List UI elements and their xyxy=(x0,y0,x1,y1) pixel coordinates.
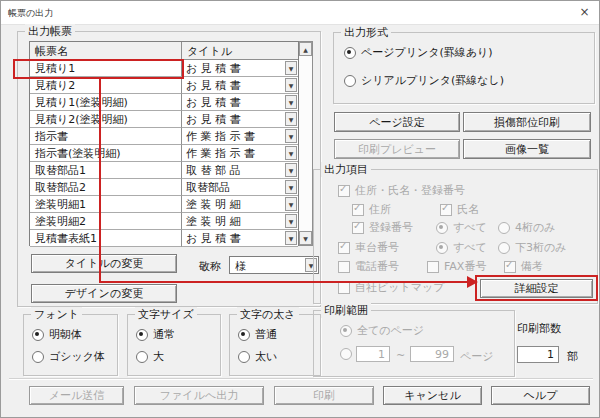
output-format-group: 出力形式 ページプリンタ(罫線あり) シリアルプリンタ(罫線なし) xyxy=(333,32,595,104)
chevron-down-icon[interactable]: ▼ xyxy=(285,163,297,177)
radio-weight-bold[interactable]: 太い xyxy=(238,349,277,364)
cancel-button[interactable]: キャンセル xyxy=(383,386,482,405)
column-header-title: タイトル xyxy=(182,42,298,60)
image-list-button[interactable]: 画像一覧 xyxy=(463,139,591,159)
title-bar: 帳票の出力 × xyxy=(1,1,599,25)
title-dropdown-cell[interactable]: お 見 積 書▼ xyxy=(182,60,298,77)
chevron-down-icon[interactable]: ▼ xyxy=(285,61,297,75)
annotation-line-vertical xyxy=(99,79,101,282)
output-format-group-label: 出力形式 xyxy=(341,25,391,40)
radio-label: 下3桁のみ xyxy=(515,240,567,255)
radio-mincho[interactable]: 明朝体 xyxy=(32,327,82,342)
radio-size-normal[interactable]: 通常 xyxy=(136,327,175,342)
radio-label: 太い xyxy=(255,349,277,364)
report-name-cell[interactable]: 見積り1(塗装明細) xyxy=(30,94,182,111)
table-row: 取替部品2 取替部品▼ xyxy=(30,179,298,196)
chevron-down-icon[interactable]: ▼ xyxy=(285,129,297,143)
page-setup-button[interactable]: ページ設定 xyxy=(334,112,460,132)
radio-label: 4桁のみ xyxy=(515,220,556,235)
mail-send-button: メール送信 xyxy=(29,386,124,405)
chevron-down-icon[interactable]: ▼ xyxy=(285,231,297,245)
radio-icon xyxy=(136,351,148,363)
chevron-down-icon[interactable]: ▼ xyxy=(285,78,297,92)
radio-page-printer[interactable]: ページプリンタ(罫線あり) xyxy=(344,45,493,60)
report-name-cell[interactable]: 塗装明細1 xyxy=(30,196,182,213)
title-dropdown-cell[interactable]: 塗 装 明 細▼ xyxy=(182,196,298,213)
table-row: 見積り2 お 見 積 書▼ xyxy=(30,77,298,94)
radio-label: 明朝体 xyxy=(49,327,82,342)
damage-area-print-button[interactable]: 損傷部位印刷 xyxy=(463,112,591,132)
checkbox-label: 住所・氏名・登録番号 xyxy=(355,183,465,198)
checkbox-label: 備考 xyxy=(521,259,543,274)
checkbox-icon xyxy=(338,282,350,294)
report-name-cell[interactable]: 見積り2(塗装明細) xyxy=(30,111,182,128)
copies-input[interactable]: 1 xyxy=(517,346,559,363)
scroll-up-icon[interactable]: ▲ xyxy=(299,42,312,56)
checkbox-icon xyxy=(352,222,364,234)
honorific-combobox[interactable]: 様 ▼ xyxy=(229,256,319,274)
output-items-group-label: 出力項目 xyxy=(321,162,371,177)
table-row: 見積り2(塗装明細) お 見 積 書▼ xyxy=(30,111,298,128)
checkbox-icon xyxy=(338,242,350,254)
change-design-button[interactable]: デザインの変更 xyxy=(31,284,177,303)
title-dropdown-cell[interactable]: 取 替 部 品▼ xyxy=(182,162,298,179)
close-icon[interactable]: × xyxy=(577,5,592,20)
radio-last3-digits: 下3桁のみ xyxy=(498,240,567,255)
checkbox-name: 氏名 xyxy=(440,202,479,217)
title-dropdown-cell[interactable]: お 見 積 書▼ xyxy=(182,230,298,247)
report-name-cell[interactable]: 指示書 xyxy=(30,128,182,145)
report-name-cell[interactable]: 取替部品1 xyxy=(30,162,182,179)
radio-icon xyxy=(436,242,448,254)
radio-size-large[interactable]: 大 xyxy=(136,349,164,364)
table-row: 塗装明細1 塗 装 明 細▼ xyxy=(30,196,298,213)
radio-label: 普通 xyxy=(255,327,277,342)
checkbox-icon xyxy=(338,261,350,273)
table-row: 塗装明細2 塗 装 明 細▼ xyxy=(30,213,298,230)
title-dropdown-cell[interactable]: 作 業 指 示 書▼ xyxy=(182,145,298,162)
title-dropdown-cell[interactable]: お 見 積 書▼ xyxy=(182,111,298,128)
char-weight-group: 文字の太さ 普通 太い xyxy=(229,314,321,376)
print-button: 印刷 xyxy=(274,386,374,405)
checkbox-icon xyxy=(440,204,452,216)
title-value: お 見 積 書 xyxy=(186,79,241,92)
checkbox-telephone: 電話番号 xyxy=(338,259,399,274)
radio-weight-normal[interactable]: 普通 xyxy=(238,327,277,342)
report-name-cell[interactable]: 見積書表紙1 xyxy=(30,230,182,247)
radio-label: 全てのページ xyxy=(357,323,424,338)
scroll-down-icon[interactable]: ▼ xyxy=(299,231,312,245)
title-dropdown-cell[interactable]: 取替部品▼ xyxy=(182,179,298,196)
checkbox-icon xyxy=(427,261,439,273)
radio-icon xyxy=(344,75,356,87)
report-name-cell[interactable]: 塗装明細2 xyxy=(30,213,182,230)
checkbox-icon xyxy=(504,261,516,273)
report-name-cell[interactable]: 見積り2 xyxy=(30,77,182,94)
table-scrollbar[interactable]: ▲ ▼ xyxy=(299,41,313,246)
chevron-down-icon[interactable]: ▼ xyxy=(285,112,297,126)
chevron-down-icon[interactable]: ▼ xyxy=(285,180,297,194)
output-report-group-label: 出力帳票 xyxy=(25,24,75,39)
title-value: お 見 積 書 xyxy=(186,232,241,245)
chevron-down-icon[interactable]: ▼ xyxy=(285,197,297,211)
annotation-box-detail-settings xyxy=(475,275,598,301)
radio-gothic[interactable]: ゴシック体 xyxy=(32,349,105,364)
title-dropdown-cell[interactable]: お 見 積 書▼ xyxy=(182,94,298,111)
chevron-down-icon[interactable]: ▼ xyxy=(285,95,297,109)
radio-icon xyxy=(344,47,356,59)
radio-four-digits: 4桁のみ xyxy=(498,220,556,235)
char-weight-group-label: 文字の太さ xyxy=(237,307,299,322)
title-value: 作 業 指 示 書 xyxy=(186,147,255,160)
honorific-value: 様 xyxy=(235,260,246,273)
radio-serial-printer[interactable]: シリアルプリンタ(罫線なし) xyxy=(344,73,504,88)
honorific-label: 敬称 xyxy=(199,259,221,274)
change-title-button[interactable]: タイトルの変更 xyxy=(31,254,177,273)
chevron-down-icon[interactable]: ▼ xyxy=(285,214,297,228)
chevron-down-icon[interactable]: ▼ xyxy=(285,146,297,160)
checkbox-remarks: 備考 xyxy=(504,259,543,274)
report-name-cell[interactable]: 指示書(塗装明細) xyxy=(30,145,182,162)
report-name-cell[interactable]: 取替部品2 xyxy=(30,179,182,196)
print-range-group: 印刷範囲 全てのページ 1 ~ 99 ページ xyxy=(313,310,515,377)
help-button[interactable]: ヘルプ xyxy=(491,386,590,405)
title-dropdown-cell[interactable]: 塗 装 明 細▼ xyxy=(182,213,298,230)
title-dropdown-cell[interactable]: 作 業 指 示 書▼ xyxy=(182,128,298,145)
title-dropdown-cell[interactable]: お 見 積 書▼ xyxy=(182,77,298,94)
